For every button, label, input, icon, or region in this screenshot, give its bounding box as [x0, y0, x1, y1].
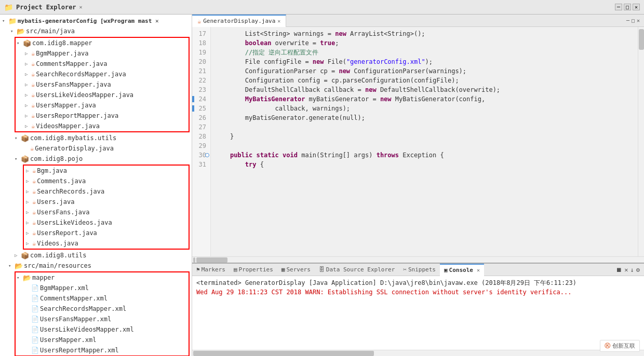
code-line-21: ConfigurationParser cp = new Configurati… — [215, 66, 634, 76]
tree-item-utils-pkg[interactable]: ▷ 📦 com.idig8.utils — [0, 250, 192, 261]
arrow-icon: ▾ — [17, 275, 23, 280]
tab-servers[interactable]: ▦ Servers — [277, 264, 315, 276]
console-scroll-btn[interactable]: ↓ — [630, 266, 634, 273]
tree-item-usersreport[interactable]: ▷ ☕ UsersReport.java — [24, 228, 189, 238]
utils-label: com.idig8.utils — [30, 252, 86, 259]
tree-item-searchrecordsmapper[interactable]: ▷ ☕ SearchRecordsMapper.java — [16, 69, 189, 79]
maximize-btn[interactable]: □ — [624, 4, 631, 10]
searchrecordsxml-label: SearchRecordsMapper.xml — [40, 305, 126, 312]
tree-item-usersfansmapper[interactable]: ▷ ☕ UsersFansMapper.java — [16, 79, 189, 90]
minimize-btn[interactable]: ─ — [615, 4, 622, 10]
tab-close-icon[interactable]: ✕ — [277, 18, 280, 24]
tab-properties[interactable]: ▤ Properties — [230, 264, 277, 276]
tree-item-users[interactable]: ▷ ☕ Users.java — [24, 197, 189, 207]
tree-item-usersfans[interactable]: ▷ ☕ UsersFans.java — [24, 207, 189, 217]
commentsmapper-label: CommentsMapper.java — [36, 60, 107, 67]
close-btn[interactable]: ✕ — [633, 4, 640, 10]
tree-item-generatordisplay[interactable]: ☕ GeneratorDisplay.java — [0, 143, 192, 154]
code-vscrollbar[interactable] — [638, 27, 644, 256]
app-icon: 📁 — [4, 3, 13, 11]
tab-datasource[interactable]: 🗄 Data Source Explorer — [315, 264, 399, 276]
java-icon: ☕ — [32, 188, 36, 195]
tree-item-usersreportmapper[interactable]: ▷ ☕ UsersReportMapper.java — [16, 111, 189, 121]
code-line-26: myBatisGenerator.generate(null); — [215, 113, 634, 122]
tree-item-usersfansxml[interactable]: 📄 UsersFansMapper.xml — [16, 314, 189, 324]
arrow-icon: ▷ — [15, 253, 21, 258]
console-stop-btn[interactable]: ⏹ — [616, 266, 622, 273]
tree-item-bgm[interactable]: ▷ ☕ Bgm.java — [24, 166, 189, 176]
tree-item-mybatisutils-pkg[interactable]: ▾ 📦 com.idig8.mybatis.utils — [0, 133, 192, 143]
arrow-icon: ▷ — [26, 220, 32, 225]
tree-item-comments[interactable]: ▷ ☕ Comments.java — [24, 176, 189, 186]
hscroll-thumb[interactable] — [196, 257, 227, 263]
srcmainjava-label: src/main/java — [26, 28, 75, 35]
arrow-icon: ▾ — [15, 156, 21, 161]
bottom-tab-bar: ⚑ Markers ▤ Properties ▦ Servers 🗄 Data … — [192, 264, 644, 276]
app-title: Project Explorer — [16, 4, 76, 11]
console-hscroll-thumb[interactable] — [193, 351, 374, 356]
tree-item-searchrecords[interactable]: ▷ ☕ SearchRecords.java — [24, 186, 189, 197]
tab-markers[interactable]: ⚑ Markers — [192, 264, 230, 276]
tree-item-mapper-folder[interactable]: ▾ 📂 mapper — [16, 272, 189, 283]
tree-item-usersmapper[interactable]: ▷ ☕ UsersMapper.java — [16, 100, 189, 111]
tree-item-mapper-pkg[interactable]: ▾ 📦 com.idig8.mapper — [16, 38, 189, 48]
editor-tab-active[interactable]: ☕ GeneratorDisplay.java ✕ — [192, 15, 286, 27]
java-icon: ☕ — [32, 240, 36, 247]
bottom-panel: ⚑ Markers ▤ Properties ▦ Servers 🗄 Data … — [192, 263, 644, 356]
tree-item-usersxml[interactable]: 📄 UsersMapper.xml — [16, 335, 189, 345]
snippets-icon: ✂ — [403, 266, 407, 273]
arrow-icon: ▷ — [25, 103, 31, 108]
java-icon: ☕ — [32, 209, 36, 216]
tree-item-videosmapper[interactable]: ▷ ☕ VideosMapper.java — [16, 121, 189, 131]
tree-item-bgmxml[interactable]: 📄 BgmMapper.xml — [16, 283, 189, 293]
maximize-editor-btn[interactable]: □ — [632, 18, 635, 23]
xml-icon: 📄 — [31, 347, 39, 354]
console-clear-btn[interactable]: ✕ — [624, 266, 628, 273]
tree-item-srcmainresources[interactable]: ▾ 📂 src/main/resources — [0, 261, 192, 271]
userslikevideos-label: UsersLikeVideos.java — [37, 219, 112, 226]
tree-item-commentsmapper[interactable]: ▷ ☕ CommentsMapper.java — [16, 59, 189, 69]
mybatisutils-label: com.idig8.mybatis.utils — [30, 134, 116, 142]
tree-item-userslikexml[interactable]: 📄 UsersLikeVideosMapper.xml — [16, 324, 189, 335]
tree-item-userslikevideosmapper[interactable]: ▷ ☕ UsersLikeVideosMapper.java — [16, 90, 189, 100]
close-editor-btn[interactable]: ✕ — [637, 18, 640, 23]
console-close-icon[interactable]: ✕ — [477, 267, 480, 273]
code-line-31: try { — [215, 160, 634, 169]
app-title-close[interactable]: ✕ — [79, 4, 83, 10]
usersfans-label: UsersFans.java — [37, 209, 89, 216]
generatordisplay-label: GeneratorDisplay.java — [35, 145, 114, 152]
console-settings-btn[interactable]: ⚙ — [636, 266, 640, 273]
tree-item-pojo-pkg-header[interactable]: ▾ 📦 com.idig8.pojo — [0, 154, 192, 164]
code-line-23: DefaultShellCallback callback = new Defa… — [215, 85, 634, 94]
console-warn-text: Wed Aug 29 18:11:23 CST 2018 WARN: Estab… — [196, 289, 571, 296]
vscroll-thumb[interactable] — [639, 29, 644, 50]
code-line-30: public static void main(String[] args) t… — [215, 150, 634, 160]
usersfansmapper-label: UsersFansMapper.java — [36, 81, 111, 88]
tree-item-commentsxml[interactable]: 📄 CommentsMapper.xml — [16, 293, 189, 304]
app-top-bar: 📁 Project Explorer ✕ ─ □ ✕ — [0, 0, 644, 15]
usersreport-label: UsersReport.java — [37, 229, 97, 237]
tree-item-userslikevideos[interactable]: ▷ ☕ UsersLikeVideos.java — [24, 217, 189, 228]
code-editor: 17 18 19 20 21 22 23 24 25 26 27 28 29 — [192, 27, 644, 256]
code-hscrollbar[interactable] — [192, 256, 644, 263]
comments-label: Comments.java — [37, 177, 86, 185]
code-content[interactable]: List<String> warnings = new ArrayList<St… — [211, 27, 638, 256]
editor-area: ☕ GeneratorDisplay.java ✕ ─ □ ✕ 17 18 19… — [192, 15, 644, 356]
pojo-pkg-label: com.idig8.pojo — [30, 155, 83, 162]
tab-snippets[interactable]: ✂ Snippets — [399, 264, 440, 276]
snippets-label: Snippets — [408, 266, 436, 273]
tree-item-root[interactable]: ▾ 📁 mybatis-generatorConfig [wxProgram m… — [0, 16, 192, 26]
tab-console[interactable]: ▣ Console ✕ — [440, 264, 484, 276]
code-line-22: Configuration config = cp.parseConfigura… — [215, 76, 634, 85]
console-hscrollbar[interactable] — [192, 350, 644, 356]
tree-item-srcmainjava[interactable]: ▾ 📂 src/main/java — [0, 26, 192, 36]
tree-item-searchrecordsxml[interactable]: 📄 SearchRecordsMapper.xml — [16, 304, 189, 314]
arrow-icon: ▾ — [15, 135, 21, 141]
java-icon: ☕ — [31, 50, 35, 57]
tree-item-usersreportxml[interactable]: 📄 UsersReportMapper.xml — [16, 345, 189, 355]
arrow-icon: ▷ — [25, 51, 31, 56]
arrow-icon: ▷ — [26, 210, 32, 215]
minimize-editor-btn[interactable]: ─ — [626, 18, 629, 23]
tree-item-bgmmapper[interactable]: ▷ ☕ BgmMapper.java — [16, 48, 189, 59]
tree-item-videos[interactable]: ▷ ☕ Videos.java — [24, 238, 189, 249]
